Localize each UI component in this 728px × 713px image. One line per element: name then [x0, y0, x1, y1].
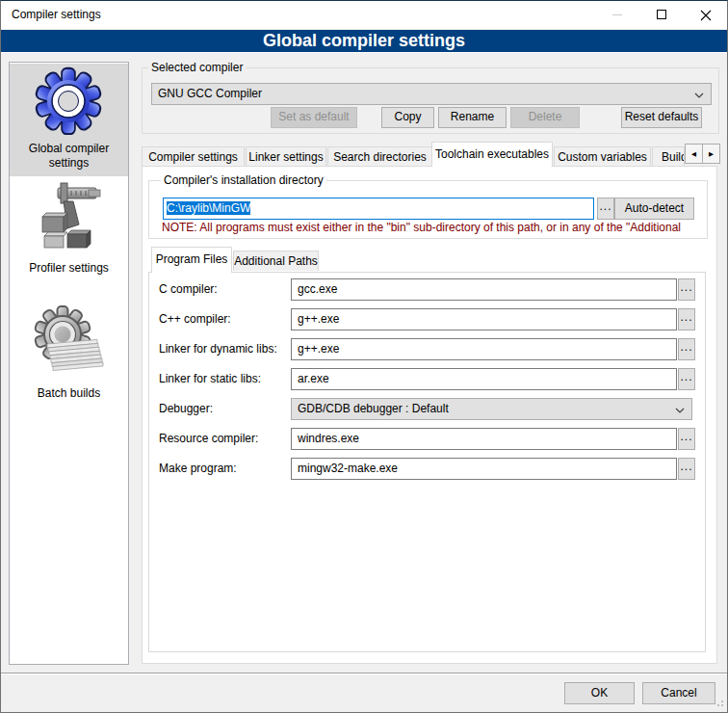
- compiler-settings-dialog: Compiler settings Global compiler settin…: [0, 0, 728, 713]
- window-border: [0, 0, 728, 713]
